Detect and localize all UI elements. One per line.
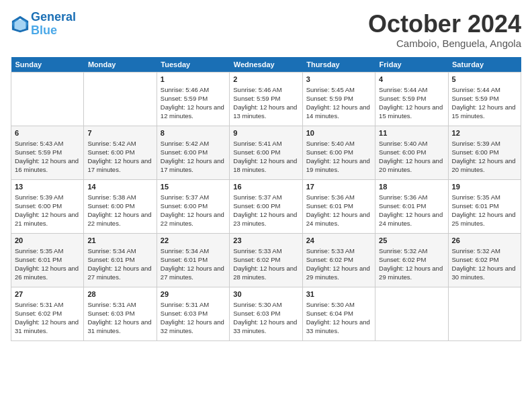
day-number: 26 [452, 236, 517, 244]
day-info: Sunrise: 5:30 AM Sunset: 6:03 PM Dayligh… [233, 300, 298, 336]
day-of-week-header: Saturday [448, 57, 521, 73]
calendar-cell: 6Sunrise: 5:43 AM Sunset: 5:59 PM Daylig… [11, 126, 84, 179]
day-info: Sunrise: 5:46 AM Sunset: 5:59 PM Dayligh… [161, 85, 226, 121]
logo-line1: General [31, 10, 76, 24]
calendar-cell: 3Sunrise: 5:45 AM Sunset: 5:59 PM Daylig… [302, 72, 375, 126]
day-number: 23 [233, 236, 298, 244]
calendar-cell: 30Sunrise: 5:30 AM Sunset: 6:03 PM Dayli… [230, 287, 302, 340]
day-number: 29 [161, 290, 226, 298]
day-of-week-header: Wednesday [230, 57, 302, 73]
day-info: Sunrise: 5:46 AM Sunset: 5:59 PM Dayligh… [233, 85, 298, 121]
day-info: Sunrise: 5:39 AM Sunset: 6:00 PM Dayligh… [15, 193, 80, 228]
calendar-cell: 12Sunrise: 5:39 AM Sunset: 6:00 PM Dayli… [448, 126, 521, 179]
day-info: Sunrise: 5:33 AM Sunset: 6:02 PM Dayligh… [233, 246, 298, 282]
calendar-cell: 9Sunrise: 5:41 AM Sunset: 6:00 PM Daylig… [230, 126, 302, 179]
calendar-cell: 21Sunrise: 5:34 AM Sunset: 6:01 PM Dayli… [84, 233, 157, 287]
day-info: Sunrise: 5:39 AM Sunset: 6:00 PM Dayligh… [452, 139, 517, 175]
calendar-cell: 31Sunrise: 5:30 AM Sunset: 6:04 PM Dayli… [302, 287, 375, 340]
day-number: 2 [233, 75, 298, 83]
day-info: Sunrise: 5:38 AM Sunset: 6:00 PM Dayligh… [87, 193, 152, 228]
day-number: 17 [306, 183, 371, 191]
day-number: 25 [379, 236, 444, 244]
day-info: Sunrise: 5:42 AM Sunset: 6:00 PM Dayligh… [87, 139, 152, 175]
calendar-cell [84, 72, 157, 126]
day-info: Sunrise: 5:37 AM Sunset: 6:00 PM Dayligh… [161, 193, 226, 228]
calendar-cell [448, 287, 521, 340]
day-number: 14 [87, 183, 152, 191]
day-info: Sunrise: 5:41 AM Sunset: 6:00 PM Dayligh… [233, 139, 298, 175]
calendar-cell: 27Sunrise: 5:31 AM Sunset: 6:02 PM Dayli… [11, 287, 84, 340]
day-of-week-header: Sunday [11, 57, 84, 73]
day-number: 4 [379, 75, 444, 83]
day-info: Sunrise: 5:37 AM Sunset: 6:00 PM Dayligh… [233, 193, 298, 228]
day-number: 11 [379, 129, 444, 137]
location-subtitle: Camboio, Benguela, Angola [368, 38, 521, 49]
calendar-cell: 25Sunrise: 5:32 AM Sunset: 6:02 PM Dayli… [375, 233, 448, 287]
day-number: 31 [306, 290, 371, 298]
day-number: 6 [15, 129, 80, 137]
calendar-cell: 15Sunrise: 5:37 AM Sunset: 6:00 PM Dayli… [157, 179, 229, 233]
day-number: 1 [161, 75, 226, 83]
calendar-cell: 19Sunrise: 5:35 AM Sunset: 6:01 PM Dayli… [448, 179, 521, 233]
calendar-week-row: 13Sunrise: 5:39 AM Sunset: 6:00 PM Dayli… [11, 179, 521, 233]
day-of-week-header: Monday [84, 57, 157, 73]
calendar-cell: 22Sunrise: 5:34 AM Sunset: 6:01 PM Dayli… [157, 233, 229, 287]
calendar-cell: 4Sunrise: 5:44 AM Sunset: 5:59 PM Daylig… [375, 72, 448, 126]
day-number: 7 [87, 129, 152, 137]
day-info: Sunrise: 5:40 AM Sunset: 6:00 PM Dayligh… [306, 139, 371, 175]
logo-line2: Blue [31, 24, 57, 37]
day-info: Sunrise: 5:30 AM Sunset: 6:04 PM Dayligh… [306, 300, 371, 336]
title-section: October 2024 Camboio, Benguela, Angola [368, 11, 521, 49]
day-info: Sunrise: 5:44 AM Sunset: 5:59 PM Dayligh… [379, 85, 444, 121]
day-info: Sunrise: 5:34 AM Sunset: 6:01 PM Dayligh… [87, 246, 152, 282]
day-of-week-header: Tuesday [157, 57, 229, 73]
day-info: Sunrise: 5:35 AM Sunset: 6:01 PM Dayligh… [452, 193, 517, 228]
calendar-cell: 7Sunrise: 5:42 AM Sunset: 6:00 PM Daylig… [84, 126, 157, 179]
day-info: Sunrise: 5:43 AM Sunset: 5:59 PM Dayligh… [15, 139, 80, 175]
calendar-cell: 11Sunrise: 5:40 AM Sunset: 6:00 PM Dayli… [375, 126, 448, 179]
day-number: 18 [379, 183, 444, 191]
calendar-cell: 29Sunrise: 5:31 AM Sunset: 6:03 PM Dayli… [157, 287, 229, 340]
day-number: 22 [161, 236, 226, 244]
day-number: 20 [15, 236, 80, 244]
calendar-cell: 2Sunrise: 5:46 AM Sunset: 5:59 PM Daylig… [230, 72, 302, 126]
calendar-cell: 20Sunrise: 5:35 AM Sunset: 6:01 PM Dayli… [11, 233, 84, 287]
calendar-cell: 28Sunrise: 5:31 AM Sunset: 6:03 PM Dayli… [84, 287, 157, 340]
day-info: Sunrise: 5:35 AM Sunset: 6:01 PM Dayligh… [15, 246, 80, 282]
day-info: Sunrise: 5:34 AM Sunset: 6:01 PM Dayligh… [161, 246, 226, 282]
calendar-cell [375, 287, 448, 340]
day-number: 28 [87, 290, 152, 298]
day-number: 16 [233, 183, 298, 191]
day-info: Sunrise: 5:33 AM Sunset: 6:02 PM Dayligh… [306, 246, 371, 282]
calendar-header-row: SundayMondayTuesdayWednesdayThursdayFrid… [11, 57, 521, 73]
day-info: Sunrise: 5:31 AM Sunset: 6:03 PM Dayligh… [87, 300, 152, 336]
calendar-cell: 14Sunrise: 5:38 AM Sunset: 6:00 PM Dayli… [84, 179, 157, 233]
day-number: 13 [15, 183, 80, 191]
day-number: 10 [306, 129, 371, 137]
calendar-cell: 18Sunrise: 5:36 AM Sunset: 6:01 PM Dayli… [375, 179, 448, 233]
day-info: Sunrise: 5:40 AM Sunset: 6:00 PM Dayligh… [379, 139, 444, 175]
logo-icon [11, 15, 30, 34]
day-number: 24 [306, 236, 371, 244]
day-info: Sunrise: 5:44 AM Sunset: 5:59 PM Dayligh… [452, 85, 517, 121]
calendar-cell: 17Sunrise: 5:36 AM Sunset: 6:01 PM Dayli… [302, 179, 375, 233]
day-number: 21 [87, 236, 152, 244]
calendar-week-row: 27Sunrise: 5:31 AM Sunset: 6:02 PM Dayli… [11, 287, 521, 340]
month-year-title: October 2024 [368, 11, 521, 38]
day-number: 5 [452, 75, 517, 83]
day-of-week-header: Thursday [302, 57, 375, 73]
calendar-cell: 5Sunrise: 5:44 AM Sunset: 5:59 PM Daylig… [448, 72, 521, 126]
calendar-week-row: 20Sunrise: 5:35 AM Sunset: 6:01 PM Dayli… [11, 233, 521, 287]
day-info: Sunrise: 5:36 AM Sunset: 6:01 PM Dayligh… [306, 193, 371, 228]
day-number: 15 [161, 183, 226, 191]
calendar-cell: 16Sunrise: 5:37 AM Sunset: 6:00 PM Dayli… [230, 179, 302, 233]
calendar-week-row: 6Sunrise: 5:43 AM Sunset: 5:59 PM Daylig… [11, 126, 521, 179]
day-info: Sunrise: 5:45 AM Sunset: 5:59 PM Dayligh… [306, 85, 371, 121]
calendar-cell: 23Sunrise: 5:33 AM Sunset: 6:02 PM Dayli… [230, 233, 302, 287]
calendar-cell: 24Sunrise: 5:33 AM Sunset: 6:02 PM Dayli… [302, 233, 375, 287]
calendar-cell: 10Sunrise: 5:40 AM Sunset: 6:00 PM Dayli… [302, 126, 375, 179]
day-info: Sunrise: 5:32 AM Sunset: 6:02 PM Dayligh… [379, 246, 444, 282]
logo: General Blue [11, 11, 76, 38]
day-number: 8 [161, 129, 226, 137]
calendar-cell: 1Sunrise: 5:46 AM Sunset: 5:59 PM Daylig… [157, 72, 229, 126]
